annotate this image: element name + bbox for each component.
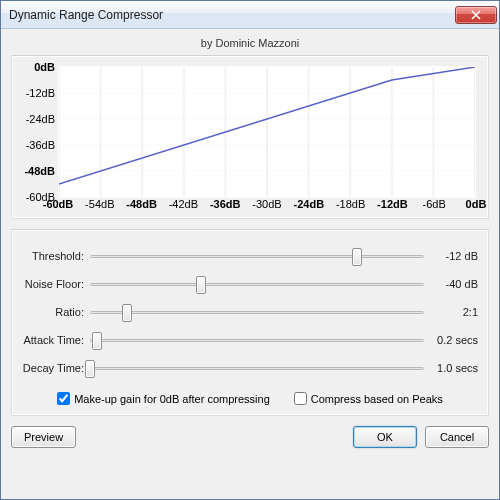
noisefloor-slider[interactable] bbox=[90, 274, 424, 294]
threshold-slider[interactable] bbox=[90, 246, 424, 266]
close-button[interactable] bbox=[455, 6, 497, 24]
makeup-gain-label: Make-up gain for 0dB after compressing bbox=[74, 393, 270, 405]
controls-panel: Threshold: -12 dB Noise Floor: -40 dB Ra… bbox=[11, 229, 489, 416]
noisefloor-row: Noise Floor: -40 dB bbox=[22, 270, 478, 298]
footer-spacer bbox=[84, 426, 345, 448]
decay-slider[interactable] bbox=[90, 358, 424, 378]
ratio-value: 2:1 bbox=[424, 306, 478, 318]
attack-slider[interactable] bbox=[90, 330, 424, 350]
chart-y-labels: 0dB-12dB-24dB-36dB-48dB-60dB bbox=[21, 67, 57, 197]
noisefloor-label: Noise Floor: bbox=[22, 278, 90, 290]
ratio-label: Ratio: bbox=[22, 306, 90, 318]
preview-button[interactable]: Preview bbox=[11, 426, 76, 448]
window-title: Dynamic Range Compressor bbox=[9, 8, 455, 22]
dialog-content: by Dominic Mazzoni 0dB-12dB-24dB-36dB-48… bbox=[1, 29, 499, 499]
ok-button[interactable]: OK bbox=[353, 426, 417, 448]
close-icon bbox=[471, 10, 481, 20]
threshold-label: Threshold: bbox=[22, 250, 90, 262]
byline-text: by Dominic Mazzoni bbox=[11, 37, 489, 49]
peaks-checkbox[interactable]: Compress based on Peaks bbox=[294, 392, 443, 405]
decay-row: Decay Time: 1.0 secs bbox=[22, 354, 478, 382]
chart-panel: 0dB-12dB-24dB-36dB-48dB-60dB -60dB-54dB-… bbox=[11, 55, 489, 219]
chart-area: 0dB-12dB-24dB-36dB-48dB-60dB bbox=[58, 66, 476, 198]
dialog-footer: Preview OK Cancel bbox=[11, 426, 489, 448]
decay-label: Decay Time: bbox=[22, 362, 90, 374]
decay-value: 1.0 secs bbox=[424, 362, 478, 374]
peaks-input[interactable] bbox=[294, 392, 307, 405]
chart-x-labels: -60dB-54dB-48dB-42dB-36dB-30dB-24dB-18dB… bbox=[58, 198, 476, 214]
attack-value: 0.2 secs bbox=[424, 334, 478, 346]
chart-plot bbox=[59, 67, 475, 197]
noisefloor-value: -40 dB bbox=[424, 278, 478, 290]
makeup-gain-checkbox[interactable]: Make-up gain for 0dB after compressing bbox=[57, 392, 270, 405]
dialog-window: Dynamic Range Compressor by Dominic Mazz… bbox=[0, 0, 500, 500]
makeup-gain-input[interactable] bbox=[57, 392, 70, 405]
peaks-label: Compress based on Peaks bbox=[311, 393, 443, 405]
ratio-row: Ratio: 2:1 bbox=[22, 298, 478, 326]
ratio-slider[interactable] bbox=[90, 302, 424, 322]
attack-label: Attack Time: bbox=[22, 334, 90, 346]
attack-row: Attack Time: 0.2 secs bbox=[22, 326, 478, 354]
titlebar: Dynamic Range Compressor bbox=[1, 1, 499, 29]
checkbox-row: Make-up gain for 0dB after compressing C… bbox=[22, 392, 478, 405]
cancel-button[interactable]: Cancel bbox=[425, 426, 489, 448]
threshold-row: Threshold: -12 dB bbox=[22, 242, 478, 270]
threshold-value: -12 dB bbox=[424, 250, 478, 262]
